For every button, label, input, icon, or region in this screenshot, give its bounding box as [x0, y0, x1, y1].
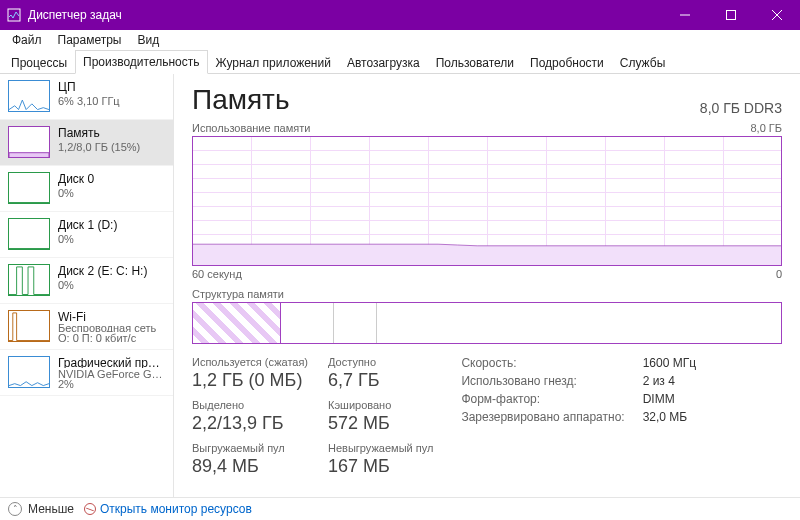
- tab-performance[interactable]: Производительность: [75, 50, 207, 74]
- sidebar-thumb-icon: [8, 310, 50, 342]
- sidebar-item-title: Wi-Fi: [58, 310, 156, 322]
- stat-label: Выгружаемый пул: [192, 442, 308, 454]
- sidebar-item-sub2: 2%: [58, 378, 165, 389]
- tabbar: Процессы Производительность Журнал прило…: [0, 50, 800, 74]
- stat-label: Используется (сжатая): [192, 356, 308, 368]
- sidebar-item-1[interactable]: Память1,2/8,0 ГБ (15%): [0, 120, 173, 166]
- sidebar-item-sub: 0%: [58, 187, 94, 201]
- info-key-2: Форм-фактор:: [461, 392, 624, 406]
- sidebar-thumb-icon: [8, 264, 50, 296]
- task-manager-icon: [6, 7, 22, 23]
- stat-label: Доступно: [328, 356, 433, 368]
- window-title: Диспетчер задач: [28, 8, 122, 22]
- stat-value: 1,2 ГБ (0 МБ): [192, 370, 308, 391]
- sidebar-thumb-icon: [8, 80, 50, 112]
- tab-processes[interactable]: Процессы: [3, 51, 75, 74]
- stat-value: 89,4 МБ: [192, 456, 308, 477]
- sidebar-item-title: Диск 1 (D:): [58, 218, 117, 233]
- sidebar-item-4[interactable]: Диск 2 (E: C: H:)0%: [0, 258, 173, 304]
- stat-0: Используется (сжатая)1,2 ГБ (0 МБ): [192, 356, 308, 391]
- sidebar-thumb-icon: [8, 126, 50, 158]
- axis-right: 0: [776, 268, 782, 280]
- stat-3: Кэшировано572 МБ: [328, 399, 433, 434]
- tab-users[interactable]: Пользователи: [428, 51, 522, 74]
- sidebar-item-sub: 0%: [58, 279, 147, 293]
- info-val-1: 2 из 4: [643, 374, 696, 388]
- content-memory: Память 8,0 ГБ DDR3 Использование памяти …: [174, 74, 800, 497]
- info-val-0: 1600 МГц: [643, 356, 696, 370]
- axis-left: 60 секунд: [192, 268, 242, 280]
- tab-details[interactable]: Подробности: [522, 51, 612, 74]
- sidebar-item-5[interactable]: Wi-FiБеспроводная сетьО: 0 П: 0 кбит/с: [0, 304, 173, 350]
- chevron-up-icon: ˄: [8, 502, 22, 516]
- sidebar-item-title: Диск 2 (E: C: H:): [58, 264, 147, 279]
- tab-startup[interactable]: Автозагрузка: [339, 51, 428, 74]
- resource-monitor-icon: [84, 503, 96, 515]
- stat-5: Невыгружаемый пул167 МБ: [328, 442, 433, 477]
- sidebar-item-0[interactable]: ЦП6% 3,10 ГГц: [0, 74, 173, 120]
- sidebar: ЦП6% 3,10 ГГцПамять1,2/8,0 ГБ (15%)Диск …: [0, 74, 174, 497]
- sidebar-item-3[interactable]: Диск 1 (D:)0%: [0, 212, 173, 258]
- sidebar-item-sub: Беспроводная сеть: [58, 322, 156, 333]
- composition-free-b: [377, 303, 781, 343]
- stat-1: Доступно6,7 ГБ: [328, 356, 433, 391]
- stat-value: 572 МБ: [328, 413, 433, 434]
- stat-4: Выгружаемый пул89,4 МБ: [192, 442, 308, 477]
- memory-usage-chart: [192, 136, 782, 266]
- stat-2: Выделено2,2/13,9 ГБ: [192, 399, 308, 434]
- sidebar-item-2[interactable]: Диск 00%: [0, 166, 173, 212]
- composition-label: Структура памяти: [192, 288, 284, 300]
- info-key-3: Зарезервировано аппаратно:: [461, 410, 624, 424]
- sidebar-item-title: ЦП: [58, 80, 120, 95]
- composition-used: [193, 303, 281, 343]
- sidebar-item-sub: 0%: [58, 233, 117, 247]
- menu-options[interactable]: Параметры: [50, 31, 130, 49]
- stat-label: Невыгружаемый пул: [328, 442, 433, 454]
- sidebar-item-sub: NVIDIA GeForce GTX 1060: [58, 368, 165, 379]
- sidebar-thumb-icon: [8, 356, 50, 388]
- stat-value: 2,2/13,9 ГБ: [192, 413, 308, 434]
- sidebar-item-sub2: О: 0 П: 0 кбит/с: [58, 332, 156, 343]
- stat-value: 6,7 ГБ: [328, 370, 433, 391]
- composition-reserved: [281, 303, 334, 343]
- memory-stats: Используется (сжатая)1,2 ГБ (0 МБ)Доступ…: [192, 356, 782, 477]
- stat-label: Кэшировано: [328, 399, 433, 411]
- titlebar[interactable]: Диспетчер задач: [0, 0, 800, 30]
- sidebar-item-sub: 6% 3,10 ГГц: [58, 95, 120, 109]
- info-key-0: Скорость:: [461, 356, 624, 370]
- menu-file[interactable]: Файл: [4, 31, 50, 49]
- sidebar-item-title: Память: [58, 126, 140, 141]
- sidebar-thumb-icon: [8, 172, 50, 204]
- close-button[interactable]: [754, 0, 800, 30]
- menu-view[interactable]: Вид: [129, 31, 167, 49]
- stat-value: 167 МБ: [328, 456, 433, 477]
- sidebar-thumb-icon: [8, 218, 50, 250]
- open-resource-monitor-link[interactable]: Открыть монитор ресурсов: [84, 502, 252, 516]
- stat-label: Выделено: [192, 399, 308, 411]
- info-val-3: 32,0 МБ: [643, 410, 696, 424]
- tab-app-history[interactable]: Журнал приложений: [208, 51, 339, 74]
- sidebar-item-sub: 1,2/8,0 ГБ (15%): [58, 141, 140, 155]
- usage-chart-max: 8,0 ГБ: [750, 122, 782, 134]
- sidebar-item-title: Диск 0: [58, 172, 94, 187]
- sidebar-item-title: Графический процессор: [58, 356, 165, 368]
- info-key-1: Использовано гнезд:: [461, 374, 624, 388]
- page-title: Память: [192, 84, 290, 116]
- svg-rect-2: [727, 11, 736, 20]
- maximize-button[interactable]: [708, 0, 754, 30]
- fewer-details-button[interactable]: ˄ Меньше: [8, 502, 74, 516]
- svg-rect-5: [9, 153, 49, 158]
- composition-free-a: [334, 303, 376, 343]
- sidebar-item-6[interactable]: Графический процессорNVIDIA GeForce GTX …: [0, 350, 173, 396]
- minimize-button[interactable]: [662, 0, 708, 30]
- memory-capacity: 8,0 ГБ DDR3: [700, 100, 782, 116]
- info-val-2: DIMM: [643, 392, 696, 406]
- footer: ˄ Меньше Открыть монитор ресурсов: [0, 497, 800, 520]
- menubar: Файл Параметры Вид: [0, 30, 800, 50]
- tab-services[interactable]: Службы: [612, 51, 673, 74]
- memory-composition-chart: [192, 302, 782, 344]
- usage-chart-label: Использование памяти: [192, 122, 310, 134]
